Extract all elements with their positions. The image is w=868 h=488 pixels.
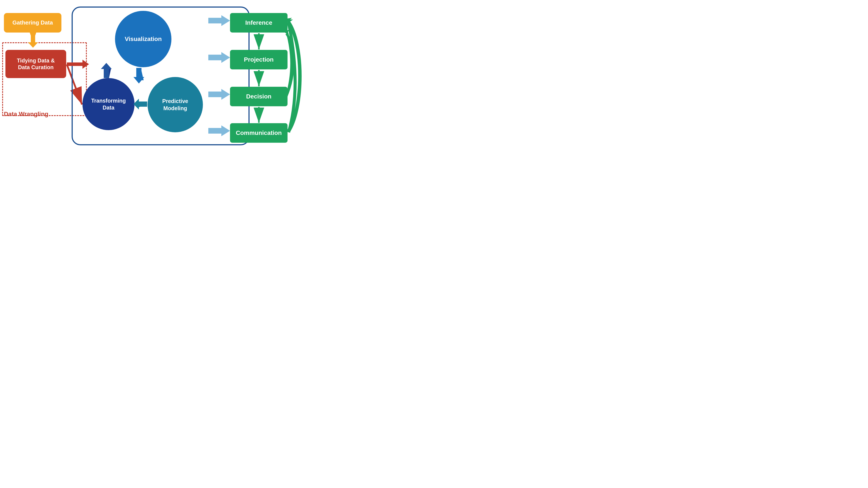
- decision-box: Decision: [230, 87, 287, 106]
- gathering-data-label: Gathering Data: [12, 19, 53, 26]
- tidying-data-box: Tidying Data &Data Curation: [5, 50, 66, 78]
- projection-label: Projection: [244, 56, 274, 63]
- diagram-container: Gathering Data Data Wrangling Tidying Da…: [0, 0, 304, 171]
- predictive-modeling-circle: PredictiveModeling: [148, 77, 203, 132]
- visualization-circle: Visualization: [115, 11, 172, 67]
- communication-box: Communication: [230, 123, 287, 143]
- transforming-data-circle: TransformingData: [83, 78, 134, 130]
- projection-box: Projection: [230, 50, 287, 69]
- inference-box: Inference: [230, 13, 287, 33]
- gathering-data-box: Gathering Data: [4, 13, 61, 33]
- transforming-label: TransformingData: [91, 97, 126, 111]
- tidying-data-label: Tidying Data &Data Curation: [17, 57, 55, 71]
- predictive-label: PredictiveModeling: [162, 98, 188, 112]
- inference-label: Inference: [245, 19, 272, 26]
- communication-label: Communication: [236, 129, 282, 136]
- visualization-label: Visualization: [125, 36, 162, 42]
- decision-label: Decision: [246, 93, 272, 100]
- data-wrangling-label: Data Wrangling: [4, 110, 49, 118]
